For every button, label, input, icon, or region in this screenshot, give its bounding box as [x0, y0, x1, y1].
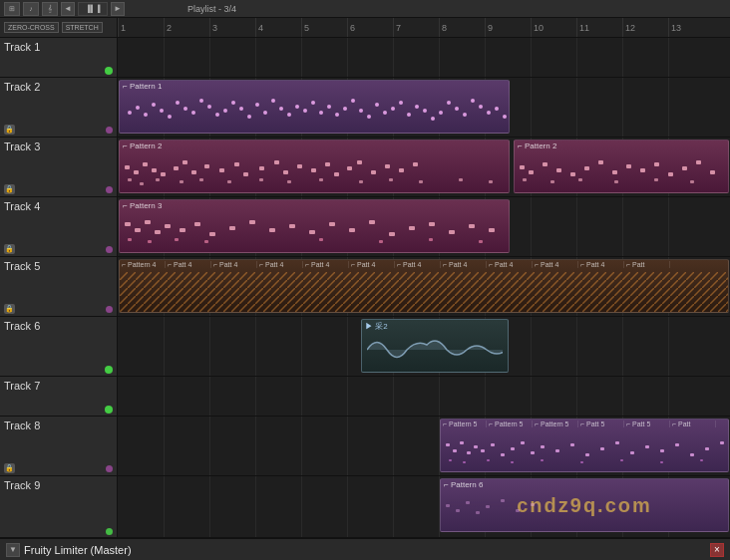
- svg-point-7: [183, 107, 187, 111]
- svg-point-34: [399, 101, 403, 105]
- track-3-lock-icon[interactable]: 🔒: [4, 184, 15, 194]
- svg-point-1: [136, 106, 140, 110]
- track-2-dot[interactable]: [106, 127, 113, 134]
- track-4-label: Track 4 🔒: [0, 197, 118, 256]
- svg-rect-156: [615, 441, 619, 444]
- svg-rect-130: [128, 238, 132, 241]
- toolbar-icon-1[interactable]: ⊞: [4, 2, 20, 16]
- svg-point-46: [495, 107, 499, 111]
- svg-rect-51: [152, 168, 157, 172]
- track-3-pattern-2b[interactable]: ⌐ Pattern 2: [514, 140, 729, 193]
- track-7-green-dot[interactable]: [105, 406, 113, 414]
- svg-point-35: [407, 113, 411, 117]
- track-4-dot[interactable]: [106, 246, 113, 253]
- track-5-content[interactable]: ⌐ Pattern 4 ⌐ Patt 4 ⌐ Patt 4 ⌐ Patt 4 ⌐…: [118, 257, 730, 316]
- svg-rect-145: [481, 449, 485, 452]
- track-8-patterns[interactable]: ⌐ Pattern 5 ⌐ Pattern 5 ⌐ Pattern 5 ⌐ Pa…: [440, 419, 729, 472]
- toolbar-icon-3[interactable]: 𝄞: [42, 2, 58, 16]
- track-3-content[interactable]: ⌐ Pattern 2: [118, 138, 730, 196]
- svg-rect-129: [489, 228, 495, 232]
- svg-rect-70: [385, 164, 390, 168]
- svg-rect-118: [269, 228, 275, 232]
- svg-rect-124: [389, 232, 395, 236]
- svg-rect-65: [325, 162, 330, 166]
- svg-rect-112: [165, 224, 171, 228]
- track-1-label: Track 1: [0, 38, 118, 77]
- svg-rect-96: [640, 168, 645, 172]
- svg-rect-146: [491, 443, 495, 446]
- track-4-content[interactable]: ⌐ Pattern 3: [118, 197, 730, 256]
- svg-rect-163: [720, 441, 724, 444]
- stretch-toggle[interactable]: STRETCH: [62, 22, 103, 33]
- track-9-dot[interactable]: [106, 528, 113, 535]
- svg-rect-48: [125, 165, 130, 169]
- toolbar-right-arrow[interactable]: ►: [111, 2, 125, 16]
- toolbar-left-arrow[interactable]: ◄: [61, 2, 75, 16]
- track-3-dot[interactable]: [106, 186, 113, 193]
- track-8-lock-icon[interactable]: 🔒: [4, 463, 15, 473]
- svg-point-30: [367, 115, 371, 119]
- svg-rect-142: [460, 441, 464, 444]
- track-9-pattern-6[interactable]: ⌐ Pattern 6 cndz9q.com: [440, 478, 729, 532]
- track-6-content[interactable]: ▶ 采2: [118, 317, 730, 376]
- ruler-mark-11: 11: [576, 18, 589, 37]
- track-4-lock-icon[interactable]: 🔒: [4, 244, 15, 254]
- svg-rect-157: [630, 451, 634, 454]
- track-5-patterns[interactable]: ⌐ Pattern 4 ⌐ Patt 4 ⌐ Patt 4 ⌐ Patt 4 ⌐…: [119, 259, 729, 313]
- svg-point-9: [199, 99, 203, 103]
- bottom-bar: ▼ Fruity Limiter (Master) ×: [0, 538, 730, 560]
- track-8-dot[interactable]: [106, 465, 113, 472]
- svg-rect-176: [476, 511, 480, 514]
- track-1-green-dot[interactable]: [105, 67, 113, 75]
- track-3-name: Track 3: [4, 140, 113, 152]
- track-8-content[interactable]: ⌐ Pattern 5 ⌐ Pattern 5 ⌐ Pattern 5 ⌐ Pa…: [118, 417, 730, 475]
- track-8-name: Track 8: [4, 420, 113, 431]
- track-5-lock-icon[interactable]: 🔒: [4, 304, 15, 314]
- svg-point-47: [503, 115, 507, 119]
- track-2-content[interactable]: ⌐ Pattern 1: [118, 78, 730, 137]
- track-2-lock-icon[interactable]: 🔒: [4, 125, 15, 135]
- track-9-content[interactable]: ⌐ Pattern 6 cndz9q.com: [118, 476, 730, 537]
- track-3-pattern-2a[interactable]: ⌐ Pattern 2: [119, 140, 510, 193]
- svg-rect-159: [660, 449, 664, 452]
- track-4-pattern-3[interactable]: ⌐ Pattern 3: [119, 199, 510, 253]
- track-6-audio-clip[interactable]: ▶ 采2: [361, 319, 509, 373]
- track-7-content[interactable]: [118, 377, 730, 416]
- svg-rect-175: [466, 501, 470, 504]
- svg-rect-166: [487, 459, 490, 461]
- bottom-bar-collapse-icon[interactable]: ▼: [6, 543, 20, 557]
- track-3-label: Track 3 🔒: [0, 138, 118, 196]
- app-container: ⊞ ♪ 𝄞 ◄ ▐▌▐ ► Playlist - 3/4 ZERO-CROSS …: [0, 0, 730, 560]
- zero-cross-toggle[interactable]: ZERO-CROSS: [4, 22, 59, 33]
- toolbar-icon-4[interactable]: ▐▌▐: [78, 2, 108, 16]
- svg-rect-170: [620, 459, 623, 461]
- track-6-green-dot[interactable]: [105, 366, 113, 374]
- svg-rect-77: [199, 178, 203, 181]
- svg-rect-79: [259, 178, 263, 181]
- svg-point-28: [351, 99, 355, 103]
- svg-rect-78: [227, 180, 231, 183]
- track-5-dot[interactable]: [106, 306, 113, 313]
- bottom-bar-close-button[interactable]: ×: [710, 543, 724, 557]
- svg-rect-127: [449, 230, 455, 234]
- svg-rect-144: [474, 445, 478, 448]
- ruler-mark-7: 7: [393, 18, 401, 37]
- svg-rect-92: [584, 166, 589, 170]
- track-1-content[interactable]: [118, 38, 730, 77]
- svg-rect-128: [469, 224, 475, 228]
- svg-rect-50: [143, 162, 148, 166]
- toolbar-icon-2[interactable]: ♪: [23, 2, 39, 16]
- svg-rect-88: [529, 170, 534, 174]
- ruler-mark-5: 5: [301, 18, 309, 37]
- svg-rect-74: [140, 182, 144, 185]
- svg-rect-89: [543, 162, 548, 166]
- track-7-name: Track 7: [4, 380, 113, 392]
- svg-rect-154: [585, 453, 589, 456]
- svg-rect-148: [511, 447, 515, 450]
- track-2-pattern-1[interactable]: ⌐ Pattern 1: [119, 80, 510, 134]
- track-label-header: ZERO-CROSS STRETCH: [0, 18, 118, 37]
- svg-rect-61: [274, 160, 279, 164]
- track-9-name: Track 9: [4, 479, 113, 491]
- track-5-label: Track 5 🔒: [0, 257, 118, 316]
- svg-point-19: [279, 107, 283, 111]
